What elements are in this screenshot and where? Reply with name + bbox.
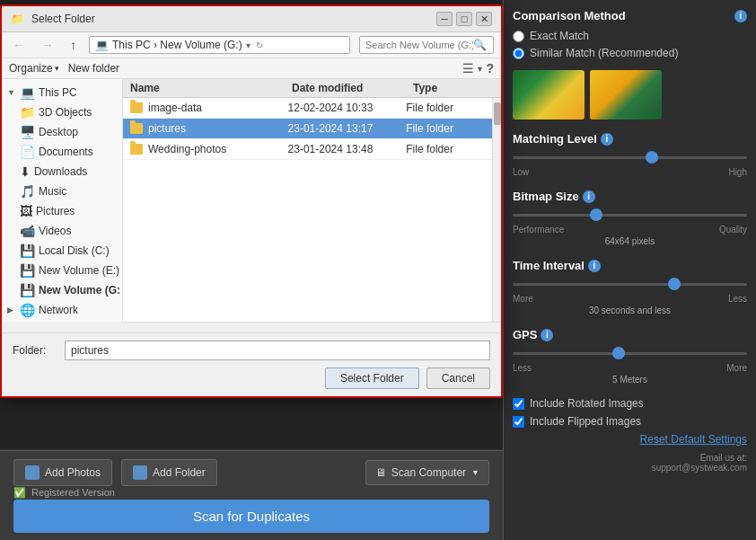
column-type: Type [413,82,494,94]
file-row-pictures[interactable]: pictures 23-01-2024 13:17 File folder [123,119,492,139]
bitmap-size-info-icon[interactable]: i [583,190,595,203]
gps-info-icon[interactable]: i [541,329,553,341]
file-list-header: Name Date modified Type [123,79,501,98]
tree-item-local-disk[interactable]: 💾 Local Disk (C:) [2,241,122,261]
include-flipped-checkbox[interactable] [513,416,524,428]
address-bar[interactable]: 💻 This PC › New Volume (G:) ▾ ↻ [89,36,350,54]
file-type-pictures: File folder [406,122,485,135]
folder-icon-wedding-photos [130,144,143,155]
dialog-close-button[interactable]: ✕ [476,12,492,26]
tree-item-documents[interactable]: 📄 Documents [2,142,122,162]
view-list-icon[interactable]: ☰ [462,61,474,75]
folder-input[interactable] [65,341,490,360]
select-folder-button[interactable]: Select Folder [325,367,419,389]
file-name-image-data: image-data [130,102,288,114]
file-row-wedding-photos[interactable]: Wedding-photos 23-01-2024 13:48 File fol… [123,139,492,160]
similar-match-radio[interactable] [513,48,524,59]
tree-label-local-disk: Local Disk (C:) [39,244,110,257]
time-center-label: 30 seconds and less [513,305,747,315]
comparison-method-title: Comparison Method [513,9,626,22]
search-input[interactable] [365,40,473,50]
file-type-wedding-photos: File folder [406,143,485,155]
time-interval-slider[interactable] [513,283,747,286]
tree-item-desktop[interactable]: 🖥️ Desktop [2,122,122,142]
dialog-maximize-button[interactable]: □ [456,12,472,26]
thumb-sunflower [590,70,662,120]
new-folder-button[interactable]: New folder [68,62,119,75]
horizontal-scrollbar[interactable] [123,322,501,332]
matching-level-slider[interactable] [513,156,747,159]
include-rotated-checkbox[interactable] [513,398,524,410]
column-date: Date modified [292,82,413,94]
tree-item-pictures[interactable]: 🖼 Pictures [2,201,122,221]
file-row-image-data[interactable]: image-data 12-02-2024 10:33 File folder [123,98,492,119]
file-name-pictures: pictures [130,122,288,135]
refresh-icon[interactable]: ↻ [256,40,263,50]
bitmap-quality-label: Quality [719,225,747,235]
search-box[interactable]: 🔍 [359,36,494,54]
tree-expand-pc: ▼ [7,88,16,97]
bitmap-size-slider-wrapper [513,207,747,223]
add-folder-button[interactable]: Add Folder [121,459,217,486]
tree-item-volume-e[interactable]: 💾 New Volume (E:) [2,261,122,280]
scan-computer-button[interactable]: 🖥 Scan Computer ▼ [365,460,489,485]
address-text: This PC › New Volume (G:) [112,39,242,51]
bitmap-size-header: Bitmap Size i [513,190,747,203]
help-button[interactable]: ? [486,61,494,75]
tree-icon-pictures: 🖼 [20,204,32,218]
tree-icon-pc: 💻 [20,85,35,100]
footer-buttons: Select Folder Cancel [13,367,490,389]
address-chevron-icon[interactable]: ▾ [246,40,251,50]
file-scrollbar[interactable] [492,98,501,322]
thumb-sunflower-img [590,70,662,120]
tree-item-downloads[interactable]: ⬇ Downloads [2,162,122,181]
time-interval-info-icon[interactable]: i [588,260,601,272]
scan-duplicates-button[interactable]: Scan for Duplicates [13,500,489,533]
bitmap-center-label: 64x64 pixels [513,236,747,246]
nav-forward-button[interactable]: → [38,36,57,54]
registered-row: ✅ Registered Version [13,487,489,499]
gps-center-label: 5 Meters [513,375,747,385]
dialog-footer: Folder: Select Folder Cancel [2,332,501,396]
matching-level-info-icon[interactable]: i [601,133,613,146]
bitmap-size-slider[interactable] [513,214,747,217]
view-chevron-icon[interactable]: ▾ [478,64,482,74]
gps-less-label: Less [513,363,532,373]
tree-item-videos[interactable]: 📹 Videos [2,221,122,241]
tree-item-network[interactable]: ▶ 🌐 Network [2,300,122,320]
nav-up-button[interactable]: ↑ [66,36,80,54]
tree-item-volume-g[interactable]: 💾 New Volume (G: [2,280,122,300]
dialog-minimize-button[interactable]: ─ [436,12,453,26]
include-flipped-row: Include Flipped Images [513,415,747,428]
dialog-title-area: 📁 Select Folder [11,13,95,25]
dialog-title-text: Select Folder [31,13,95,25]
tree-item-music[interactable]: 🎵 Music [2,181,122,201]
dialog-content: ▼ 💻 This PC 📁 3D Objects 🖥️ Desktop 📄 Do… [2,79,501,322]
time-more-label: More [513,294,533,304]
tree-item-3d-objects[interactable]: 📁 3D Objects [2,102,122,122]
bottom-bar: Add Photos Add Folder 🖥 Scan Computer ▼ … [0,450,503,540]
cancel-button[interactable]: Cancel [426,367,490,389]
reset-default-link[interactable]: Reset Default Settings [513,433,747,446]
tree-icon-downloads: ⬇ [20,164,31,179]
exact-match-radio-item[interactable]: Exact Match [513,30,747,42]
tree-icon-volume-e: 💾 [20,263,35,278]
file-date-image-data: 12-02-2024 10:33 [288,102,407,114]
comparison-radio-group: Exact Match Similar Match (Recommended) [513,30,747,59]
dialog-titlebar: 📁 Select Folder ─ □ ✕ [2,6,501,32]
tree-icon-3d: 📁 [20,105,35,120]
similar-match-label: Similar Match (Recommended) [530,47,678,59]
scan-computer-label: Scan Computer [391,466,466,479]
gps-slider[interactable] [513,352,747,355]
organize-button[interactable]: Organize ▾ [9,62,59,75]
column-name: Name [130,82,292,94]
nav-back-button[interactable]: ← [9,36,29,54]
add-photos-button[interactable]: Add Photos [13,459,112,486]
similar-match-radio-item[interactable]: Similar Match (Recommended) [513,47,747,59]
organize-chevron-icon: ▾ [55,64,59,73]
tree-label-network: Network [39,304,78,316]
tree-item-this-pc[interactable]: ▼ 💻 This PC [2,83,122,102]
tree-label-downloads: Downloads [34,165,87,178]
exact-match-radio[interactable] [513,31,524,42]
comparison-method-info-icon[interactable]: i [734,10,747,22]
